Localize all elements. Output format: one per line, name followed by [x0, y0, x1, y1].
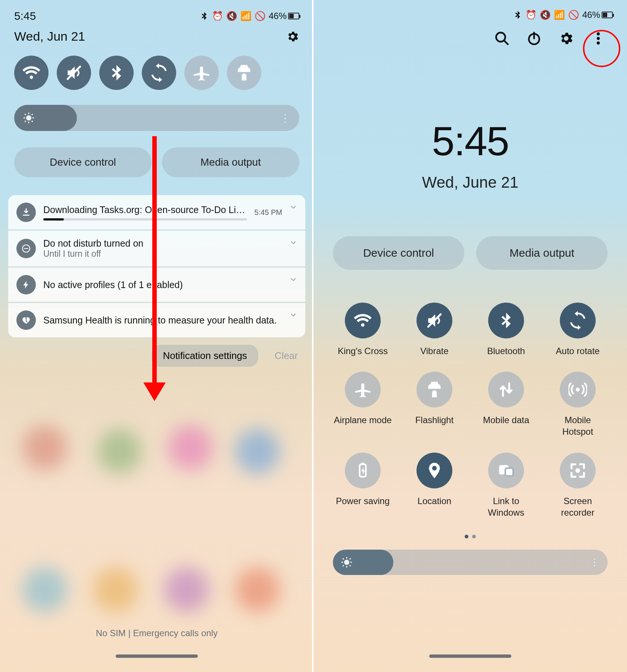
nav-handle[interactable]	[116, 654, 198, 658]
no-sim-label: No SIM | Emergency calls only	[0, 628, 314, 638]
tile-power-saving[interactable]	[345, 453, 381, 488]
airplane-toggle[interactable]	[184, 56, 219, 90]
dnd-icon	[16, 239, 36, 258]
sound-toggle[interactable]	[57, 56, 91, 90]
media-output-button[interactable]: Media output	[162, 147, 299, 177]
tile-hotspot[interactable]	[560, 372, 596, 407]
tile-label: Mobile data	[483, 414, 529, 426]
tile-wifi[interactable]	[345, 303, 381, 338]
statusbar: ⏰ 🔇 📶 🚫 46%	[314, 0, 627, 20]
notification-dnd[interactable]: Do not disturb turned on Until I turn it…	[8, 230, 305, 266]
media-output-button[interactable]: Media output	[476, 236, 608, 270]
statusbar: 5:45 ⏰ 🔇 📶 🚫 46%	[0, 0, 314, 22]
brightness-slider[interactable]: ⋮	[14, 105, 299, 131]
clock-date: Wed, June 21	[314, 174, 627, 191]
wifi-toggle[interactable]	[14, 56, 49, 90]
tile-airplane[interactable]	[345, 372, 381, 407]
notification-list: Downloading Tasks.org: Open-source To-Do…	[8, 195, 305, 337]
device-control-button[interactable]: Device control	[14, 147, 152, 177]
page-dot	[465, 535, 468, 538]
status-icons: ⏰ 🔇 📶 🚫 46%	[513, 10, 613, 20]
no-sim-icon: 🚫	[568, 10, 579, 20]
notification-time: 5:45 PM	[255, 208, 282, 217]
health-icon	[16, 310, 36, 330]
device-control-button[interactable]: Device control	[333, 236, 464, 270]
alarm-icon: ⏰	[525, 10, 537, 20]
tile-label: Power saving	[336, 495, 390, 507]
tile-label: Airplane mode	[334, 414, 392, 426]
notification-profiles[interactable]: No active profiles (1 of 1 enabled)	[8, 267, 305, 302]
tile-flashlight[interactable]	[417, 372, 452, 407]
notification-health[interactable]: Samsung Health is running to measure you…	[8, 303, 305, 337]
notification-title: Samsung Health is running to measure you…	[43, 315, 297, 326]
brightness-more-icon[interactable]: ⋮	[280, 112, 291, 124]
tile-vibrate[interactable]	[417, 303, 452, 338]
page-indicator[interactable]	[314, 535, 627, 538]
tile-label: Link to Windows	[476, 495, 536, 518]
tile-auto-rotate[interactable]	[560, 303, 596, 338]
panel-top-actions	[314, 20, 627, 46]
notification-title: Do not disturb turned on	[43, 238, 297, 249]
tile-label: Screen recorder	[548, 495, 608, 518]
battery-status: 46%	[269, 11, 299, 21]
left-screenshot: 5:45 ⏰ 🔇 📶 🚫 46% Wed, Jun 21	[0, 0, 314, 672]
tile-link-windows[interactable]	[488, 453, 524, 488]
tile-label: Location	[418, 495, 452, 507]
tile-mobile-data[interactable]	[488, 372, 524, 407]
right-screenshot: ⏰ 🔇 📶 🚫 46% 5:45 Wed, June 21 Device con…	[314, 0, 627, 672]
page-dot	[472, 535, 476, 538]
download-progress	[43, 218, 247, 221]
chevron-down-icon[interactable]	[289, 203, 298, 212]
quick-toggle-row	[0, 44, 314, 90]
tile-label: Flashlight	[415, 414, 454, 426]
battery-percent: 46%	[582, 10, 600, 20]
clear-button[interactable]: Clear	[273, 345, 299, 367]
mute-icon: 🔇	[226, 11, 237, 21]
mute-icon: 🔇	[540, 10, 551, 20]
notification-settings-button[interactable]: Notification settings	[152, 345, 258, 367]
nav-handle[interactable]	[429, 654, 511, 658]
auto-rotate-toggle[interactable]	[142, 56, 176, 90]
tile-label: Bluetooth	[487, 345, 525, 357]
flashlight-toggle[interactable]	[227, 56, 261, 90]
notification-subtitle: Until I turn it off	[43, 249, 297, 259]
tile-screen-recorder[interactable]	[560, 453, 596, 488]
download-icon	[16, 203, 36, 222]
tile-label: Auto rotate	[556, 345, 599, 357]
tile-label: Vibrate	[420, 345, 449, 357]
brightness-slider[interactable]: ⋮	[333, 550, 608, 575]
bluetooth-icon	[199, 11, 209, 21]
status-icons: ⏰ 🔇 📶 🚫 46%	[199, 11, 299, 21]
tile-label: King's Cross	[338, 345, 388, 357]
battery-percent: 46%	[269, 11, 287, 21]
brightness-icon	[22, 112, 35, 124]
chevron-down-icon[interactable]	[289, 238, 298, 247]
wifi-icon: 📶	[240, 11, 252, 21]
tile-bluetooth[interactable]	[488, 303, 524, 338]
bolt-icon	[16, 275, 36, 294]
status-time: 5:45	[14, 10, 36, 22]
chevron-down-icon[interactable]	[289, 275, 298, 284]
notification-title: Downloading Tasks.org: Open-source To-Do…	[43, 204, 247, 215]
notification-download[interactable]: Downloading Tasks.org: Open-source To-Do…	[8, 195, 305, 229]
clock-time: 5:45	[314, 117, 627, 165]
battery-icon	[602, 12, 613, 18]
bluetooth-toggle[interactable]	[99, 56, 134, 90]
alarm-icon: ⏰	[212, 11, 223, 21]
battery-icon	[288, 13, 299, 19]
more-icon[interactable]	[590, 31, 606, 46]
tile-label: Mobile Hotspot	[548, 414, 608, 437]
quick-settings-grid: King's Cross Vibrate Bluetooth Auto rota…	[314, 303, 627, 518]
settings-icon[interactable]	[558, 31, 574, 46]
search-icon[interactable]	[494, 31, 510, 46]
notification-title: No active profiles (1 of 1 enabled)	[43, 279, 297, 290]
settings-icon[interactable]	[286, 30, 299, 43]
brightness-more-icon[interactable]: ⋮	[590, 556, 599, 568]
no-sim-icon: 🚫	[255, 11, 266, 21]
brightness-icon	[340, 556, 353, 569]
chevron-down-icon[interactable]	[289, 310, 298, 319]
power-icon[interactable]	[526, 31, 542, 46]
wifi-icon: 📶	[554, 10, 565, 20]
tile-location[interactable]	[417, 453, 452, 488]
panel-date[interactable]: Wed, Jun 21	[14, 29, 85, 44]
